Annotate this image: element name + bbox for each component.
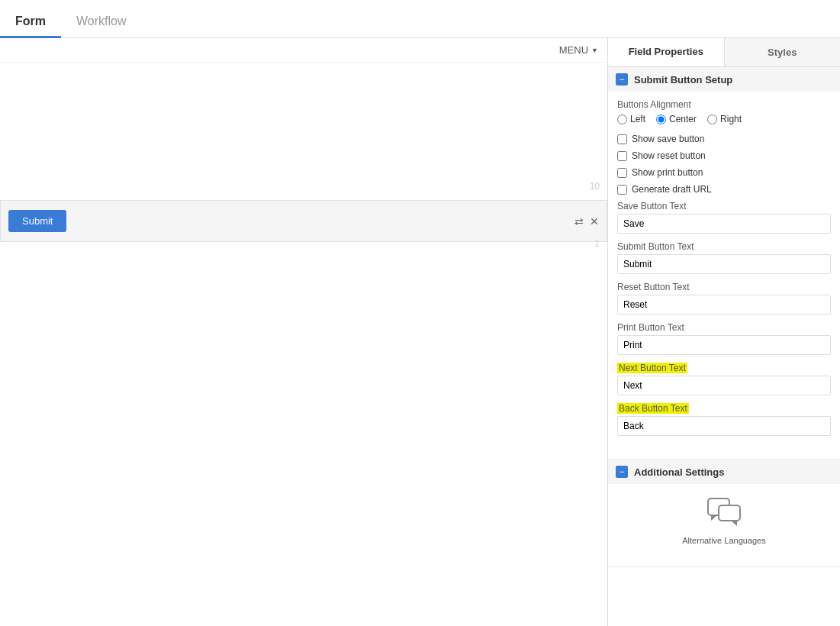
line-number-10: 10 xyxy=(590,181,600,192)
field-next-label: Next Button Text xyxy=(617,363,831,373)
speech-bubbles-icon xyxy=(707,498,741,532)
field-print-label: Print Button Text xyxy=(617,322,831,333)
additional-settings-section: − Additional Settings Alternative Langua… xyxy=(608,460,840,567)
checkbox-show-reset[interactable]: Show reset button xyxy=(617,150,831,161)
submit-preview-button[interactable]: Submit xyxy=(8,210,66,232)
field-back-input[interactable] xyxy=(617,416,831,436)
field-next-input[interactable] xyxy=(617,376,831,395)
canvas-area: MENU 10 Submit ⇄ ✕ 1 xyxy=(0,38,607,626)
submit-row: Submit ⇄ ✕ xyxy=(0,200,607,242)
field-next-label-text: Next Button Text xyxy=(617,363,687,373)
panel-tab-styles[interactable]: Styles xyxy=(724,38,841,66)
additional-section-title: Additional Settings xyxy=(634,466,724,478)
checkbox-show-reset-label: Show reset button xyxy=(632,150,706,161)
radio-center-label: Center xyxy=(669,114,697,124)
field-save-button-text: Save Button Text xyxy=(617,201,831,234)
radio-left-input[interactable] xyxy=(617,115,627,124)
field-next-button-text: Next Button Text xyxy=(617,363,831,395)
additional-section-header: − Additional Settings xyxy=(608,460,840,484)
radio-right-input[interactable] xyxy=(707,115,717,124)
radio-left-label: Left xyxy=(630,114,645,124)
additional-section-body: Alternative Languages xyxy=(608,484,840,559)
panel-tab-field-properties[interactable]: Field Properties xyxy=(608,38,724,66)
checkbox-show-reset-input[interactable] xyxy=(617,151,627,161)
checkbox-show-print-input[interactable] xyxy=(617,168,627,178)
swap-icon[interactable]: ⇄ xyxy=(574,215,584,227)
submit-section-title: Submit Button Setup xyxy=(634,74,732,86)
field-reset-button-text: Reset Button Text xyxy=(617,282,831,315)
svg-rect-1 xyxy=(719,505,740,521)
right-panel: Field Properties Styles − Submit Button … xyxy=(607,38,840,626)
collapse-additional-button[interactable]: − xyxy=(616,466,628,478)
radio-right-label: Right xyxy=(720,114,742,124)
field-reset-input[interactable] xyxy=(617,295,831,315)
main-layout: MENU 10 Submit ⇄ ✕ 1 Field Properties St… xyxy=(0,38,840,626)
panel-tabs: Field Properties Styles xyxy=(608,38,840,67)
radio-center[interactable]: Center xyxy=(656,114,697,124)
header-tabs: Form Workflow xyxy=(0,0,840,38)
checkbox-show-save-label: Show save button xyxy=(632,134,704,144)
field-back-label: Back Button Text xyxy=(617,403,831,414)
radio-right[interactable]: Right xyxy=(707,114,742,124)
canvas-content: 10 Submit ⇄ ✕ 1 xyxy=(0,63,607,620)
collapse-submit-button[interactable]: − xyxy=(616,73,628,86)
submit-section-header: − Submit Button Setup xyxy=(608,67,840,92)
field-submit-button-text: Submit Button Text xyxy=(617,241,831,274)
field-back-label-text: Back Button Text xyxy=(617,403,689,414)
field-reset-label: Reset Button Text xyxy=(617,282,831,292)
submit-button-setup-section: − Submit Button Setup Buttons Alignment … xyxy=(608,67,840,460)
menu-bar: MENU xyxy=(0,38,607,63)
alignment-group: Buttons Alignment Left Center Right xyxy=(617,99,831,124)
alternative-languages-label: Alternative Languages xyxy=(682,536,765,545)
radio-center-input[interactable] xyxy=(656,115,666,124)
radio-left[interactable]: Left xyxy=(617,114,645,124)
field-print-button-text: Print Button Text xyxy=(617,322,831,355)
checkbox-generate-draft[interactable]: Generate draft URL xyxy=(617,184,831,195)
checkbox-show-print[interactable]: Show print button xyxy=(617,167,831,178)
alternative-languages-item[interactable]: Alternative Languages xyxy=(617,492,831,551)
tab-form[interactable]: Form xyxy=(0,7,61,38)
checkbox-generate-draft-input[interactable] xyxy=(617,185,627,195)
radio-group: Left Center Right xyxy=(617,114,831,124)
checkbox-show-save-input[interactable] xyxy=(617,134,627,144)
field-back-button-text: Back Button Text xyxy=(617,403,831,436)
field-submit-label: Submit Button Text xyxy=(617,241,831,252)
close-icon[interactable]: ✕ xyxy=(590,215,599,227)
tab-workflow[interactable]: Workflow xyxy=(61,7,142,38)
row-actions: ⇄ ✕ xyxy=(574,215,599,227)
alignment-label: Buttons Alignment xyxy=(617,99,831,110)
checkbox-show-print-label: Show print button xyxy=(632,167,703,178)
checkbox-show-save[interactable]: Show save button xyxy=(617,134,831,144)
submit-section-body: Buttons Alignment Left Center Right xyxy=(608,92,840,451)
menu-button[interactable]: MENU xyxy=(559,44,598,56)
field-submit-input[interactable] xyxy=(617,254,831,274)
field-save-input[interactable] xyxy=(617,214,831,234)
field-print-input[interactable] xyxy=(617,335,831,355)
checkbox-generate-draft-label: Generate draft URL xyxy=(632,184,712,195)
field-save-label: Save Button Text xyxy=(617,201,831,211)
line-number-1: 1 xyxy=(594,238,600,249)
